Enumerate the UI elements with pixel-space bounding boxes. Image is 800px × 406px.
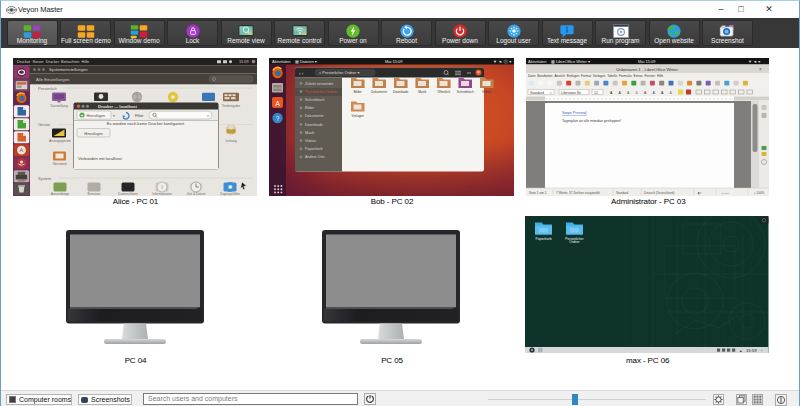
svg-text:Bilder: Bilder [305,106,315,110]
svg-text:Hinzufügen: Hinzufügen [84,131,103,135]
svg-text:▲: ▲ [739,349,743,353]
svg-text:Darstellung: Darstellung [50,103,67,107]
svg-text:Verbunden mit localhost: Verbunden mit localhost [78,156,123,161]
svg-text:12: 12 [594,90,598,94]
svg-text:Drucker Server Drucker Betr: Drucker Server Drucker Betrachten Hilfe [17,60,89,64]
svg-text:Informationen: Informationen [152,192,172,196]
svg-text:Leitung: Leitung [225,138,236,142]
svg-text:▩ LibreOffice Writer ▾: ▩ LibreOffice Writer ▾ [551,58,590,63]
svg-text:▼ ◄ ⚫ ▾: ▼ ◄ ⚫ ▾ [493,58,511,63]
svg-text:A: A [19,147,23,153]
svg-text:Unbenannt 1 - LibreOffice Writ: Unbenannt 1 - LibreOffice Writer [616,66,678,71]
svg-text:Zuletzt verwendet: Zuletzt verwendet [305,81,333,85]
svg-text:Tagesplan an alle mondae geshi: Tagesplan an alle mondae geshippert! [562,118,621,122]
svg-text:✱: ✱ [227,184,232,190]
svg-text:×: × [759,66,762,71]
svg-text:▮▯: ▮▯ [698,190,702,194]
svg-text:Swipe Preview|: Swipe Preview| [562,111,587,115]
svg-text:Anzeigegeräte: Anzeigegeräte [49,138,71,142]
svg-text:Videos: Videos [305,138,316,142]
svg-text:Standard: Standard [530,90,544,94]
svg-text:▾: ▾ [113,114,115,118]
svg-text:Geräte: Geräte [38,122,51,127]
svg-text:Musik: Musik [418,90,427,94]
svg-text:Ordner: Ordner [569,240,580,244]
svg-text:+: + [80,112,83,117]
svg-text:Downloads: Downloads [305,122,323,126]
svg-text:×: × [477,70,480,75]
svg-text:Netzwerk: Netzwerk [52,161,66,165]
svg-text:?: ? [275,114,279,121]
svg-text:Zeit & Datum: Zeit & Datum [186,192,205,196]
svg-text:Es wurden noch keine Drucker k: Es wurden noch keine Drucker konfigurier… [106,120,184,125]
svg-text:Systemeinstellungen: Systemeinstellungen [49,67,88,72]
svg-text:Musik: Musik [305,130,315,134]
svg-text:A: A [275,99,280,106]
svg-text:Datei Bearbeiten Ansicht Ei: Datei Bearbeiten Ansicht Einfügen Format… [528,74,664,78]
svg-text:Filter:: Filter: [135,113,144,117]
svg-text:i: i [161,184,162,190]
svg-text:‹ ›: ‹ › [299,70,304,75]
svg-text:Datensicherer: Datensicherer [118,192,139,196]
svg-text:Seite 1 von 1: Seite 1 von 1 [529,190,547,194]
svg-text:Papierkorb: Papierkorb [536,237,552,241]
svg-text:Schreibtisch: Schreibtisch [305,97,325,101]
svg-text:Papierkorb: Papierkorb [305,147,322,151]
svg-text:Vorlagen: Vorlagen [351,113,363,117]
svg-text:Texteingabe: Texteingabe [221,103,239,107]
svg-text:Videos: Videos [481,90,491,94]
svg-text:Deutsch (Deutschland): Deutsch (Deutschland) [644,190,675,194]
svg-text:System: System [38,175,52,180]
svg-text:⚊—⚊: ⚊—⚊ [721,190,730,194]
svg-text:▼ ◄ ▾: ▼ ◄ ▾ [748,58,760,63]
svg-text:Dokumente: Dokumente [371,90,387,94]
svg-text:Benutzer: Benutzer [87,192,101,196]
svg-text:Anwendunge: Anwendunge [50,192,69,196]
svg-text:Standard: Standard [616,190,629,194]
svg-text:15:59: 15:59 [746,348,757,353]
svg-text:✕: ✕ [206,113,209,117]
svg-text:+ 100%: + 100% [754,190,765,194]
svg-text:Liberation Se: Liberation Se [561,90,581,94]
svg-text:Öffentlich: Öffentlich [437,90,450,94]
svg-text:Mai 15:09: Mai 15:09 [638,58,656,63]
svg-text:Aktivitäten: Aktivitäten [528,58,546,63]
svg-text:Dokumente: Dokumente [305,114,323,118]
svg-text:Drucker — localhost: Drucker — localhost [98,104,138,109]
svg-text:Bilder: Bilder [353,90,361,94]
svg-text:Persönlich: Persönlich [38,85,57,90]
svg-text:Alle Einstellungen: Alle Einstellungen [36,76,70,81]
svg-text:15:09: 15:09 [239,60,249,64]
svg-text:Andere Orte: Andere Orte [305,155,325,159]
svg-text:Aktivitäten: Aktivitäten [272,58,290,63]
svg-text:Downloads: Downloads [393,90,409,94]
svg-text:Persönlicher Ordner: Persönlicher Ordner [305,89,338,93]
svg-text:⌂ Persönlicher Ordner ▾: ⌂ Persönlicher Ordner ▾ [319,71,359,75]
svg-text:▦ Dateien ▾: ▦ Dateien ▾ [295,58,317,63]
svg-text:7 Wörter, 37 Zeichen ausgewähl: 7 Wörter, 37 Zeichen ausgewählt [556,190,600,194]
svg-text:Zugangshilfen: Zugangshilfen [219,192,239,196]
svg-text:Mai 15:09: Mai 15:09 [385,58,403,63]
svg-text:Schreibtisch: Schreibtisch [456,90,473,94]
svg-text:Hinzufügen: Hinzufügen [86,113,105,117]
